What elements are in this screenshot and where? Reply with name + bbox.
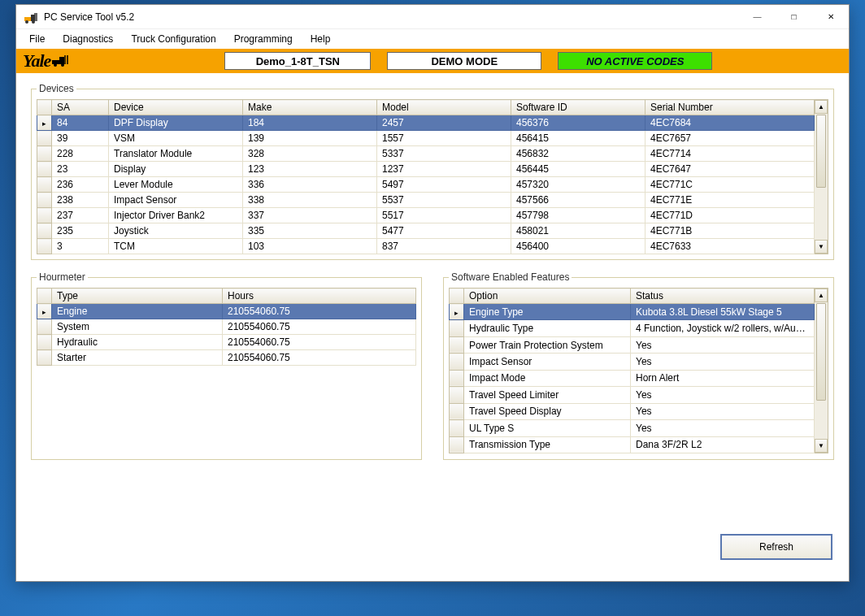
maximize-button[interactable]: □ [776, 5, 812, 28]
cell-model[interactable]: 5337 [377, 146, 511, 162]
cell-device[interactable]: Lever Module [109, 177, 243, 193]
cell-option[interactable]: Transmission Type [464, 436, 631, 453]
cell-sa[interactable]: 3 [52, 239, 109, 254]
cell-model[interactable]: 5517 [377, 208, 511, 223]
cell-sn[interactable]: 4EC771C [645, 177, 815, 193]
cell-model[interactable]: 1237 [377, 162, 511, 177]
cell-device[interactable]: VSM [109, 131, 243, 146]
cell-swid[interactable]: 456415 [511, 131, 645, 146]
table-row[interactable]: 84DPF Display18424574563764EC7684 [37, 115, 815, 131]
cell-status[interactable]: Horn Alert [631, 370, 815, 386]
hourmeter-grid[interactable]: Type Hours Engine210554060.75System21055… [37, 288, 416, 366]
scroll-down-icon[interactable]: ▼ [815, 240, 828, 254]
cell-option[interactable]: Power Train Protection System [464, 336, 631, 353]
cell-make[interactable]: 139 [243, 131, 377, 146]
cell-swid[interactable]: 456400 [511, 239, 645, 254]
cell-hours[interactable]: 210554060.75 [223, 335, 416, 350]
cell-sn[interactable]: 4EC771D [645, 208, 815, 223]
devices-scrollbar[interactable]: ▲ ▼ [815, 99, 828, 254]
table-row[interactable]: Hydraulic Type4 Function, Joystick w/2 r… [450, 320, 815, 336]
cell-model[interactable]: 837 [377, 239, 511, 254]
cell-status[interactable]: Yes [631, 403, 815, 419]
row-header[interactable] [37, 208, 52, 223]
cell-device[interactable]: Joystick [109, 223, 243, 239]
scroll-thumb[interactable] [816, 115, 826, 188]
row-header[interactable] [450, 420, 464, 436]
cell-sn[interactable]: 4EC771E [645, 193, 815, 208]
cell-model[interactable]: 5497 [377, 177, 511, 193]
cell-option[interactable]: Engine Type [464, 304, 631, 320]
menu-programming[interactable]: Programming [226, 31, 301, 47]
col-option[interactable]: Option [464, 288, 631, 304]
scroll-up-icon[interactable]: ▲ [815, 288, 828, 302]
row-header[interactable] [450, 370, 464, 386]
cell-model[interactable]: 2457 [377, 115, 511, 131]
cell-sn[interactable]: 4EC7684 [645, 115, 815, 131]
cell-sa[interactable]: 23 [52, 162, 109, 177]
cell-status[interactable]: Yes [631, 336, 815, 353]
table-row[interactable]: 3TCM1038374564004EC7633 [37, 239, 815, 254]
cell-make[interactable]: 103 [243, 239, 377, 254]
cell-swid[interactable]: 456376 [511, 115, 645, 131]
row-header[interactable] [450, 304, 464, 320]
cell-make[interactable]: 328 [243, 146, 377, 162]
cell-status[interactable]: Yes [631, 354, 815, 370]
row-header[interactable] [37, 223, 52, 239]
cell-swid[interactable]: 458021 [511, 223, 645, 239]
cell-swid[interactable]: 456832 [511, 146, 645, 162]
table-row[interactable]: 39VSM13915574564154EC7657 [37, 131, 815, 146]
cell-option[interactable]: Impact Sensor [464, 354, 631, 370]
row-header[interactable] [450, 320, 464, 336]
row-header[interactable] [450, 403, 464, 419]
cell-type[interactable]: Starter [52, 350, 223, 366]
table-row[interactable]: Engine210554060.75 [37, 304, 416, 319]
cell-status[interactable]: Yes [631, 420, 815, 436]
table-row[interactable]: 237Injector Driver Bank233755174577984EC… [37, 208, 815, 223]
col-hours[interactable]: Hours [223, 288, 416, 304]
cell-type[interactable]: Engine [52, 304, 223, 319]
table-row[interactable]: System210554060.75 [37, 319, 416, 335]
row-header[interactable] [37, 177, 52, 193]
cell-status[interactable]: 4 Function, Joystick w/2 rollers, w/Aux … [631, 320, 815, 336]
col-sa[interactable]: SA [52, 100, 109, 115]
row-header[interactable] [37, 335, 52, 350]
row-header[interactable] [37, 162, 52, 177]
cell-sa[interactable]: 236 [52, 177, 109, 193]
table-row[interactable]: Transmission TypeDana 3F/2R L2 [450, 436, 815, 453]
row-header[interactable] [450, 354, 464, 370]
cell-swid[interactable]: 457566 [511, 193, 645, 208]
cell-device[interactable]: DPF Display [109, 115, 243, 131]
row-header[interactable] [37, 319, 52, 335]
cell-option[interactable]: Travel Speed Limiter [464, 387, 631, 403]
cell-sa[interactable]: 228 [52, 146, 109, 162]
cell-model[interactable]: 1557 [377, 131, 511, 146]
cell-sa[interactable]: 235 [52, 223, 109, 239]
col-type[interactable]: Type [52, 288, 223, 304]
table-row[interactable]: UL Type SYes [450, 420, 815, 436]
cell-type[interactable]: System [52, 319, 223, 335]
scroll-thumb[interactable] [816, 303, 826, 401]
row-header[interactable] [37, 239, 52, 254]
cell-sa[interactable]: 238 [52, 193, 109, 208]
cell-hours[interactable]: 210554060.75 [223, 350, 416, 366]
cell-device[interactable]: TCM [109, 239, 243, 254]
table-row[interactable]: 228Translator Module32853374568324EC7714 [37, 146, 815, 162]
cell-option[interactable]: UL Type S [464, 420, 631, 436]
cell-type[interactable]: Hydraulic [52, 335, 223, 350]
row-header[interactable] [37, 193, 52, 208]
col-make[interactable]: Make [243, 100, 377, 115]
cell-make[interactable]: 336 [243, 177, 377, 193]
table-row[interactable]: Travel Speed LimiterYes [450, 387, 815, 403]
row-header[interactable] [450, 387, 464, 403]
cell-swid[interactable]: 457798 [511, 208, 645, 223]
row-header[interactable] [37, 146, 52, 162]
refresh-button[interactable]: Refresh [720, 534, 832, 560]
cell-device[interactable]: Injector Driver Bank2 [109, 208, 243, 223]
close-button[interactable]: ✕ [812, 5, 849, 28]
cell-status[interactable]: Yes [631, 387, 815, 403]
cell-device[interactable]: Impact Sensor [109, 193, 243, 208]
col-model[interactable]: Model [377, 100, 511, 115]
table-row[interactable]: 236Lever Module33654974573204EC771C [37, 177, 815, 193]
table-row[interactable]: Starter210554060.75 [37, 350, 416, 366]
col-sn[interactable]: Serial Number [645, 100, 815, 115]
